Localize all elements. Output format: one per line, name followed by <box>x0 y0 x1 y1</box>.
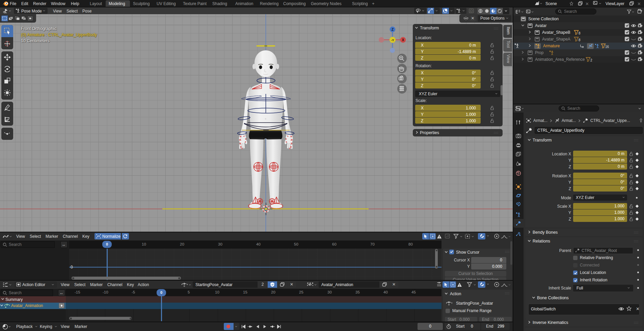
svg-text:-Y: -Y <box>391 39 394 42</box>
svg-text:X: X <box>402 38 404 42</box>
svg-text:Z: Z <box>392 28 394 31</box>
